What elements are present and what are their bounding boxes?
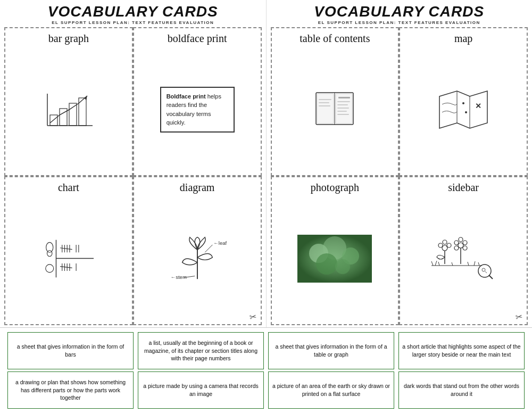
map-icon: ✕	[437, 88, 490, 131]
svg-rect-32	[317, 94, 334, 123]
table-of-contents-card: table of contents	[271, 27, 400, 176]
photograph-card: photograph	[271, 176, 400, 325]
svg-marker-6	[84, 96, 87, 100]
svg-point-10	[47, 250, 52, 256]
diagram-icon: ←stem ←leaf	[163, 235, 232, 283]
left-header: VOCABULARY CARDS EL SUPPORT LESSON PLAN:…	[4, 3, 262, 25]
svg-rect-39	[337, 114, 349, 115]
svg-point-52	[316, 253, 337, 275]
svg-line-28	[205, 244, 212, 252]
svg-line-70	[452, 262, 453, 266]
photograph-image	[275, 197, 395, 320]
svg-rect-34	[338, 97, 350, 98]
photograph-term: photograph	[311, 181, 359, 194]
map-def: a picture of an area of the earth or sky…	[268, 371, 394, 409]
svg-point-55	[438, 243, 443, 247]
bottom-section: a sheet that gives information in the fo…	[0, 328, 532, 413]
svg-rect-38	[337, 111, 347, 112]
sidebar-icon	[429, 235, 498, 283]
svg-rect-4	[69, 103, 77, 126]
sidebar-image	[403, 197, 523, 320]
svg-rect-35	[337, 101, 350, 102]
right-half: VOCABULARY CARDS EL SUPPORT LESSON PLAN:…	[267, 0, 533, 327]
bar-graph-term: bar graph	[48, 32, 89, 45]
boldface-box: Boldface print helps readers find the vo…	[160, 87, 235, 133]
svg-line-71	[468, 262, 469, 266]
svg-line-72	[474, 261, 475, 266]
svg-point-61	[463, 241, 467, 245]
photo-area	[297, 235, 372, 283]
toc-icon	[311, 88, 359, 131]
map-card: map ✕	[399, 27, 528, 176]
bar-graph-card: bar graph	[4, 27, 133, 176]
svg-rect-42	[319, 105, 330, 106]
map-image: ✕	[403, 48, 523, 171]
svg-rect-37	[337, 108, 349, 109]
boldface-print-image: Boldface print helps readers find the vo…	[137, 48, 257, 171]
svg-line-69	[438, 262, 439, 266]
left-half: VOCABULARY CARDS EL SUPPORT LESSON PLAN:…	[0, 0, 267, 327]
map-term: map	[454, 32, 472, 45]
sidebar-def: a short article that highlights some asp…	[398, 332, 525, 369]
toc-image	[275, 48, 395, 171]
svg-point-9	[46, 242, 53, 252]
boldface-bold-text: Boldface print	[167, 93, 206, 100]
sidebar-term: sidebar	[448, 181, 479, 194]
svg-text:←leaf: ←leaf	[213, 239, 227, 245]
svg-point-46	[462, 102, 464, 104]
svg-point-64	[463, 246, 467, 250]
svg-text:←stem: ←stem	[170, 274, 186, 280]
toc-def: a list, usually at the beginning of a bo…	[138, 332, 264, 369]
svg-point-54	[442, 245, 447, 251]
svg-point-47	[465, 111, 467, 113]
boldface-def: dark words that stand out from the other…	[398, 371, 525, 409]
bottom-left-half: a sheet that gives information in the fo…	[5, 332, 266, 409]
photo-svg	[297, 235, 372, 283]
toc-sheet-def: a sheet that gives information in the fo…	[268, 332, 394, 369]
bar-graph-def: a sheet that gives information in the fo…	[7, 332, 134, 369]
right-cards-grid: table of contents	[271, 27, 528, 325]
bar-graph-icon	[39, 88, 98, 131]
photo-camera-def: a picture made by using a camera that re…	[138, 371, 264, 409]
svg-line-73	[478, 262, 479, 266]
bottom-left-row1: a sheet that gives information in the fo…	[7, 332, 264, 369]
svg-line-68	[435, 261, 437, 266]
svg-rect-36	[337, 104, 348, 105]
diagram-image: ←stem ←leaf	[137, 197, 257, 320]
toc-term: table of contents	[300, 32, 370, 45]
diagram-card: diagram ←stem ←leaf	[133, 176, 262, 325]
svg-point-76	[482, 268, 485, 271]
chart-term: chart	[58, 181, 79, 194]
right-title: VOCABULARY CARDS	[271, 3, 528, 20]
chart-image	[9, 197, 129, 320]
svg-rect-41	[319, 102, 329, 103]
svg-point-63	[454, 246, 459, 250]
left-subtitle: EL SUPPORT LESSON PLAN: TEXT FEATURES EV…	[4, 20, 262, 25]
chart-icon	[39, 237, 98, 280]
svg-line-75	[489, 275, 493, 279]
svg-point-57	[443, 240, 447, 244]
diagram-def: a drawing or plan that shows how somethi…	[7, 371, 134, 409]
scissors-icon-left: ✂	[248, 311, 257, 323]
diagram-term: diagram	[180, 181, 215, 194]
boldface-print-term: boldface print	[168, 32, 227, 45]
svg-rect-40	[319, 99, 331, 100]
bottom-right-row1: a sheet that gives information in the fo…	[268, 332, 525, 369]
bottom-right-half: a sheet that gives information in the fo…	[266, 332, 527, 409]
svg-point-59	[458, 243, 463, 248]
sidebar-card: sidebar	[399, 176, 528, 325]
bottom-right-row2: a picture of an area of the earth or sky…	[268, 371, 525, 409]
svg-line-67	[431, 261, 433, 266]
left-title: VOCABULARY CARDS	[4, 3, 262, 20]
svg-point-56	[447, 243, 451, 247]
svg-point-53	[335, 259, 350, 274]
svg-text:✕: ✕	[475, 102, 481, 110]
boldface-print-card: boldface print Boldface print helps read…	[133, 27, 262, 176]
bottom-left-row2: a drawing or plan that shows how somethi…	[7, 371, 264, 409]
right-header: VOCABULARY CARDS EL SUPPORT LESSON PLAN:…	[271, 3, 528, 25]
svg-point-60	[454, 241, 459, 245]
svg-line-77	[485, 271, 487, 273]
svg-point-11	[46, 264, 54, 272]
svg-point-62	[459, 237, 463, 242]
chart-card: chart	[4, 176, 133, 325]
